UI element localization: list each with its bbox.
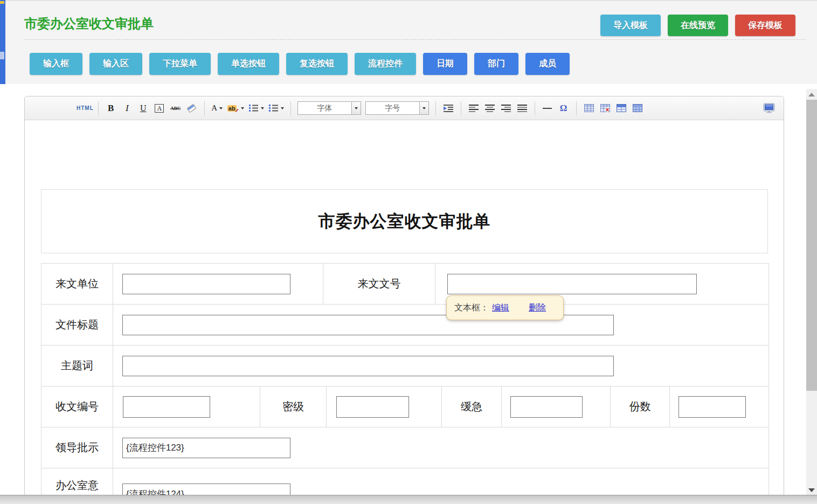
header-actions: 导入模板 在线预览 保存模板 (600, 15, 795, 36)
incoming-unit-input[interactable] (122, 274, 290, 294)
ordered-list-button[interactable] (248, 101, 264, 116)
html-source-button[interactable]: HTML (77, 105, 94, 111)
table-row: 主题词 (41, 345, 768, 386)
strikethrough-button[interactable]: ABC (170, 101, 182, 116)
align-justify-button[interactable] (516, 101, 528, 116)
chevron-down-icon (219, 107, 223, 109)
cell-receipt-number (113, 386, 260, 427)
edit-link[interactable]: 编辑 (492, 302, 509, 314)
table-row: 来文单位 来文文号 (41, 264, 768, 304)
insert-table-button[interactable] (583, 101, 595, 116)
border-text-button[interactable]: A (154, 101, 165, 116)
bold-button[interactable]: B (105, 101, 117, 116)
add-flow-control-button[interactable]: 流程控件 (355, 53, 416, 75)
table-row: 收文编号 密级 缓急 份数 (41, 386, 768, 427)
add-department-button[interactable]: 部门 (474, 53, 518, 75)
chevron-down-icon (355, 107, 358, 109)
top-panel: 市委办公室收文审批单 导入模板 在线预览 保存模板 输入框 输入区 下拉菜单 单… (5, 0, 817, 84)
indent-button[interactable] (442, 101, 454, 116)
bullet-list-button[interactable] (268, 101, 284, 116)
font-color-a-icon: A (211, 103, 217, 113)
align-left-button[interactable] (468, 101, 480, 116)
cell-properties-icon (633, 104, 642, 112)
table-properties-button[interactable] (615, 101, 627, 116)
add-input-box-button[interactable]: 输入框 (30, 53, 82, 75)
form-title: 市委办公室收文审批单 (319, 210, 491, 233)
underline-button[interactable]: U (137, 101, 149, 116)
label-document-title: 文件标题 (41, 305, 113, 345)
cell-urgency (501, 386, 610, 427)
window-edge-strip (0, 0, 5, 84)
online-preview-button[interactable]: 在线预览 (668, 15, 728, 36)
scroll-up-arrow-icon[interactable] (808, 93, 815, 96)
highlight-icon: ab (227, 105, 237, 112)
delete-link[interactable]: 删除 (529, 302, 546, 314)
align-left-icon (468, 104, 479, 112)
save-template-button[interactable]: 保存模板 (735, 15, 795, 36)
subject-words-input[interactable] (122, 356, 614, 376)
italic-button[interactable]: I (121, 101, 133, 116)
textbox-context-tooltip: 文本框： 编辑 删除 (446, 295, 564, 320)
editor-canvas[interactable]: 市委办公室收文审批单 来文单位 来文文号 文件标题 主题词 (25, 120, 784, 503)
vertical-scrollbar[interactable] (806, 89, 817, 495)
document-number-input[interactable] (447, 274, 697, 294)
copies-input[interactable] (678, 396, 746, 418)
add-dropdown-button[interactable]: 下拉菜单 (149, 53, 211, 75)
window-bottom-strip (0, 495, 817, 504)
special-char-button[interactable]: Ω (558, 101, 570, 116)
leader-instructions-input[interactable] (122, 438, 290, 458)
rich-text-editor: HTML B I U A ABC A ab (24, 96, 784, 504)
table-row: 文件标题 (41, 304, 768, 345)
delete-table-icon (600, 104, 610, 112)
scrollbar-thumb[interactable] (806, 100, 817, 391)
toolbar-separator (435, 101, 436, 115)
font-family-value: 字体 (298, 102, 351, 114)
align-center-button[interactable] (484, 101, 496, 116)
remove-format-button[interactable] (186, 101, 198, 116)
cell-incoming-unit (113, 264, 323, 304)
combo-arrow-button[interactable] (351, 102, 361, 114)
add-date-button[interactable]: 日期 (423, 53, 467, 75)
combo-arrow-button[interactable] (419, 102, 428, 114)
add-checkbox-button[interactable]: 复选按钮 (286, 53, 348, 75)
divider (24, 39, 806, 40)
toolbar-separator (98, 101, 99, 115)
secrecy-level-input[interactable] (336, 396, 409, 418)
cell-properties-button[interactable] (632, 101, 643, 116)
label-document-number: 来文文号 (323, 264, 435, 304)
font-family-select[interactable]: 字体 (297, 101, 361, 115)
horizontal-rule-button[interactable] (542, 101, 553, 116)
cell-document-title (113, 305, 768, 345)
scroll-down-arrow-icon[interactable] (808, 488, 815, 492)
toolbar-separator (461, 101, 461, 115)
highlight-color-button[interactable]: ab (227, 101, 244, 116)
align-center-icon (484, 104, 495, 112)
tooltip-label: 文本框： (454, 302, 489, 314)
add-radio-button[interactable]: 单选按钮 (218, 53, 279, 75)
receipt-number-input[interactable] (123, 396, 210, 418)
add-textarea-button[interactable]: 输入区 (89, 53, 142, 75)
font-size-value: 字号 (366, 102, 419, 114)
align-right-icon (501, 104, 511, 112)
cell-subject-words (113, 346, 768, 386)
toolbar-separator (290, 101, 291, 115)
align-justify-icon (517, 104, 528, 112)
label-copies: 份数 (610, 386, 669, 427)
table-properties-icon (617, 104, 626, 112)
chevron-down-icon (241, 107, 244, 109)
add-member-button[interactable]: 成员 (525, 53, 570, 75)
edge-mark (0, 52, 4, 59)
delete-table-button[interactable] (599, 101, 611, 116)
label-receipt-number: 收文编号 (41, 386, 113, 427)
urgency-input[interactable] (510, 396, 583, 418)
ordered-list-icon (248, 104, 259, 112)
chevron-down-icon (423, 107, 426, 109)
import-template-button[interactable]: 导入模板 (600, 15, 661, 36)
align-right-button[interactable] (500, 101, 512, 116)
font-color-button[interactable]: A (211, 101, 223, 116)
fullscreen-button[interactable] (763, 101, 775, 116)
cell-leader-instructions (113, 427, 768, 468)
form-title-box: 市委办公室收文审批单 (41, 189, 768, 253)
monitor-icon (763, 103, 775, 113)
font-size-select[interactable]: 字号 (365, 101, 429, 115)
